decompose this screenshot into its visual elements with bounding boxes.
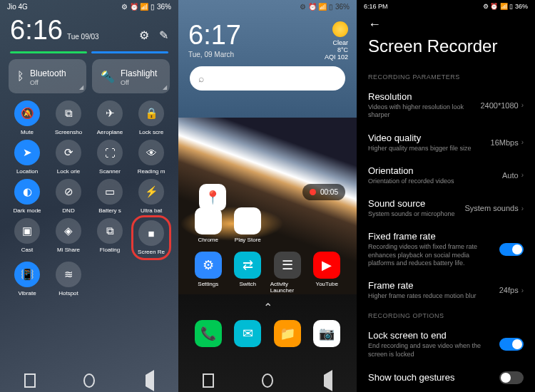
tile-label: Location bbox=[16, 168, 38, 175]
app-icon: ▶ bbox=[313, 252, 340, 279]
tile-label: Ultra bat bbox=[141, 207, 162, 214]
back-button[interactable] bbox=[321, 375, 332, 386]
setting-show-touch-gestures[interactable]: Show touch gestures bbox=[357, 365, 535, 391]
weather-widget[interactable]: Clear 8°C AQI 102 bbox=[325, 21, 348, 61]
tile-label: Mi Share bbox=[57, 247, 80, 253]
search-bar[interactable]: ⌕ bbox=[190, 66, 345, 91]
setting-resolution[interactable]: ResolutionVideos with higher resolution … bbox=[357, 85, 535, 126]
search-icon: ⌕ bbox=[198, 73, 204, 84]
home-button[interactable] bbox=[262, 375, 273, 386]
tile-label: Screensho bbox=[55, 129, 82, 135]
setting-frame-rate[interactable]: Frame rateHigher frame rates reduce moti… bbox=[357, 274, 535, 306]
app-activity-launcher[interactable]: ☰ Activity Launcher bbox=[270, 252, 305, 294]
app-play-store[interactable]: ▶ Play Store bbox=[230, 207, 265, 243]
recents-button[interactable] bbox=[203, 375, 214, 386]
tile-rec[interactable]: ■ Screen Re bbox=[131, 215, 171, 260]
setting-video-quality[interactable]: Video qualityHigher quality means bigger… bbox=[357, 126, 535, 159]
home-screen: ⚙ ⏰ 📶 ▯ 36% 6:17 Tue, 09 March Clear 8°C… bbox=[178, 0, 357, 392]
scan-icon: ⛶ bbox=[97, 140, 123, 165]
tile-batt[interactable]: ▭ Battery s bbox=[91, 179, 128, 214]
tile-label: Cast bbox=[21, 247, 33, 253]
tile-label: Aeroplane bbox=[97, 129, 123, 135]
tile-shot[interactable]: ⧉ Screensho bbox=[50, 100, 87, 135]
tile-dnd[interactable]: ⊘ DND bbox=[50, 179, 87, 214]
recents-button[interactable] bbox=[24, 375, 36, 386]
setting-orientation[interactable]: OrientationOrientation of recorded video… bbox=[357, 159, 535, 192]
section-header: RECORDING OPTIONS bbox=[357, 306, 535, 324]
back-button[interactable]: ← bbox=[357, 10, 535, 36]
screen-recorder-settings: 6:16 PM⚙ ⏰ 📶 ▯ 36% ← Screen Recorder REC… bbox=[357, 0, 535, 392]
tile-float[interactable]: ⧉ Floating bbox=[91, 218, 128, 257]
battery-label: ⚙ ⏰ 📶 ▯ 36% bbox=[300, 3, 350, 11]
status-bar: ⚙ ⏰ 📶 ▯ 36% bbox=[178, 0, 357, 11]
brightness-slider[interactable] bbox=[0, 51, 178, 59]
tile-dark[interactable]: ◐ Dark mode bbox=[9, 179, 46, 214]
app-chrome[interactable]: ◯ Chrome bbox=[191, 207, 225, 243]
edit-icon[interactable]: ✎ bbox=[159, 29, 168, 42]
settings-icon[interactable]: ⚙ bbox=[139, 29, 149, 42]
back-button[interactable] bbox=[143, 375, 154, 386]
wide-tile-bluetooth[interactable]: ᛒ BluetoothOff ◢ bbox=[9, 59, 86, 93]
setting-lock-screen-to-end[interactable]: Lock screen to endEnd recording and save… bbox=[357, 324, 535, 365]
recording-indicator[interactable]: 00:05 bbox=[302, 184, 345, 200]
app-icon: 📞 bbox=[195, 320, 222, 347]
home-button[interactable] bbox=[83, 375, 95, 386]
vib-icon: 📳 bbox=[14, 262, 40, 287]
eye-icon: 👁 bbox=[138, 140, 164, 165]
tile-rot[interactable]: ⟳ Lock orie bbox=[50, 140, 87, 175]
share-icon: ◈ bbox=[56, 218, 81, 244]
status-bar: 6:16 PM⚙ ⏰ 📶 ▯ 36% bbox=[357, 0, 535, 10]
hot-icon: ≋ bbox=[56, 262, 81, 287]
tile-label: Reading m bbox=[138, 168, 165, 175]
tile-loc[interactable]: ➤ Location bbox=[9, 140, 46, 175]
tile-eye[interactable]: 👁 Reading m bbox=[133, 140, 170, 175]
sun-icon bbox=[332, 21, 348, 37]
cast-icon: ▣ bbox=[14, 218, 40, 244]
tile-hot[interactable]: ≋ Hotspot bbox=[50, 262, 87, 296]
tile-vib[interactable]: 📳 Vibrate bbox=[9, 262, 46, 296]
setting-sound-source[interactable]: Sound sourceSystem sounds or microphone … bbox=[357, 192, 535, 225]
tile-label: Mute bbox=[21, 129, 34, 135]
rot-icon: ⟳ bbox=[56, 140, 81, 165]
dark-icon: ◐ bbox=[14, 179, 40, 205]
toggle-switch[interactable] bbox=[499, 338, 524, 351]
app-settings[interactable]: ⚙ Settings bbox=[191, 252, 225, 294]
tile-label: Dark mode bbox=[13, 207, 41, 214]
app-switch[interactable]: ⇄ Switch bbox=[230, 252, 265, 294]
rec-icon: ■ bbox=[138, 220, 164, 246]
app-dock[interactable]: 📞 bbox=[191, 320, 225, 349]
toggle-switch[interactable] bbox=[499, 243, 524, 256]
app-icon: 📁 bbox=[274, 320, 301, 347]
app-icon: ◯ bbox=[195, 207, 222, 234]
carrier-label: Jio 4G bbox=[7, 3, 28, 11]
tile-label: Battery s bbox=[98, 207, 121, 214]
ultra-icon: ⚡ bbox=[138, 179, 164, 205]
status-bar: Jio 4G ⚙ ⏰ 📶 ▯ 36% bbox=[0, 0, 178, 11]
batt-icon: ▭ bbox=[97, 179, 123, 205]
clock-date: Tue 09/03 bbox=[67, 33, 99, 41]
tile-ultra[interactable]: ⚡ Ultra bat bbox=[133, 179, 170, 214]
page-title: Screen Recorder bbox=[357, 36, 535, 68]
tile-scan[interactable]: ⛶ Scanner bbox=[91, 140, 128, 175]
toggle-switch[interactable] bbox=[499, 371, 524, 384]
app-drawer-handle[interactable]: ⌃ bbox=[178, 301, 357, 314]
tile-mute[interactable]: 🔕 Mute bbox=[9, 100, 46, 135]
flash-icon: 🔦 bbox=[101, 70, 115, 83]
app-icon: ⚙ bbox=[195, 252, 222, 279]
app-youtube[interactable]: ▶ YouTube bbox=[310, 252, 344, 294]
tile-label: Lock orie bbox=[57, 168, 80, 175]
app-dock[interactable]: 📷 bbox=[310, 320, 344, 349]
app-dock[interactable]: ✉ bbox=[230, 320, 265, 349]
tile-plane[interactable]: ✈ Aeroplane bbox=[91, 100, 128, 135]
float-icon: ⧉ bbox=[97, 218, 123, 244]
tile-cast[interactable]: ▣ Cast bbox=[9, 218, 46, 257]
bt-icon: ᛒ bbox=[17, 70, 24, 83]
tile-lock[interactable]: 🔒 Lock scre bbox=[133, 100, 170, 135]
app-icon: ▶ bbox=[234, 207, 261, 234]
wide-tile-flashlight[interactable]: 🔦 FlashlightOff ◢ bbox=[92, 59, 170, 93]
tile-share[interactable]: ◈ Mi Share bbox=[50, 218, 87, 257]
clock-time[interactable]: 6:17 bbox=[188, 20, 241, 51]
app-dock[interactable]: 📁 bbox=[270, 320, 305, 349]
app-icon: 📷 bbox=[313, 320, 340, 347]
setting-fixed-frame-rate[interactable]: Fixed frame rateRecording videos with fi… bbox=[357, 225, 535, 274]
